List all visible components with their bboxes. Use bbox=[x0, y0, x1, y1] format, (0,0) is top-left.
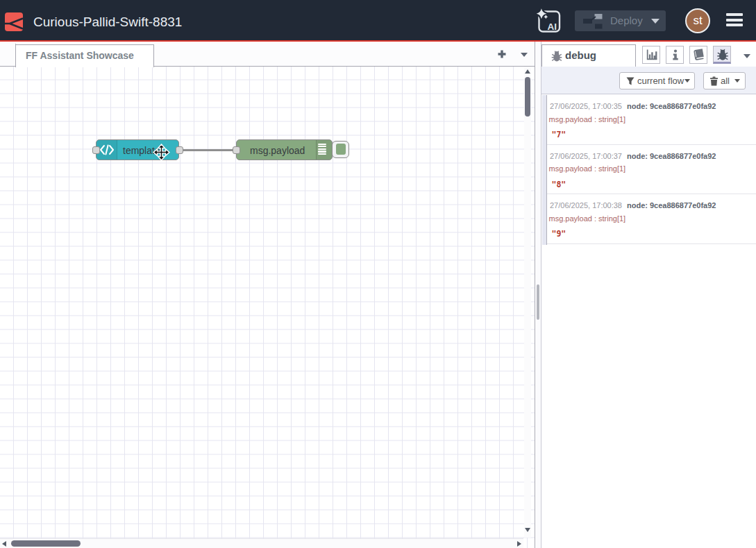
icon-bar bbox=[318, 151, 326, 152]
debug-message-node-id[interactable]: node: 9cea886877e0fa92 bbox=[627, 201, 716, 209]
debug-node-icon bbox=[318, 144, 326, 156]
icon-bar bbox=[318, 146, 326, 147]
scroll-right-arrow-icon[interactable] bbox=[517, 541, 521, 547]
debug-filter-button[interactable]: current flow bbox=[619, 72, 695, 89]
canvas-horizontal-scrollbar[interactable] bbox=[0, 538, 523, 548]
filter-caret-icon bbox=[684, 79, 690, 83]
flow-canvas[interactable]: template msg.payload bbox=[0, 67, 535, 548]
scroll-up-arrow-icon[interactable] bbox=[525, 69, 530, 74]
sidebar-tab-info[interactable] bbox=[666, 46, 684, 64]
debug-message-node-id[interactable]: node: 9cea886877e0fa92 bbox=[627, 102, 716, 110]
icon-bar bbox=[318, 144, 326, 145]
debug-message-node-id[interactable]: node: 9cea886877e0fa92 bbox=[627, 152, 716, 160]
deploy-label: Deploy bbox=[610, 15, 643, 26]
sidebar-tab-label: debug bbox=[565, 49, 596, 61]
debug-message-value[interactable]: "7" bbox=[552, 130, 566, 139]
sidebar-header: debug bbox=[541, 42, 756, 67]
debug-message[interactable]: 27/06/2025, 17:00:37 node: 9cea886877e0f… bbox=[547, 145, 756, 195]
bug-icon bbox=[716, 49, 729, 61]
debug-toolbar: current flow all bbox=[541, 67, 756, 94]
ai-assistant-icon[interactable]: AI bbox=[537, 8, 562, 33]
debug-message-list: 27/06/2025, 17:00:35 node: 9cea886877e0f… bbox=[547, 95, 756, 244]
vertical-scroll-thumb[interactable] bbox=[525, 77, 530, 117]
flow-list-caret-icon[interactable] bbox=[521, 53, 528, 57]
header: Curious-Pallid-Swift-8831 AI Deploy st bbox=[0, 0, 756, 40]
trash-icon bbox=[709, 76, 719, 86]
menu-bar bbox=[726, 24, 743, 26]
node-red-editor: Curious-Pallid-Swift-8831 AI Deploy st bbox=[0, 0, 756, 548]
flow-tab[interactable]: FF Assistant Showcase bbox=[15, 44, 154, 67]
instance-title: Curious-Pallid-Swift-8831 bbox=[33, 15, 182, 30]
flowfuse-logo-icon[interactable] bbox=[5, 12, 23, 31]
sidebar: current flow all 27/06/2025, 17:00:35 no… bbox=[541, 67, 756, 548]
debug-message-property: msg.payload : string[1] bbox=[549, 115, 626, 123]
deploy-icon bbox=[583, 14, 604, 29]
debug-message-value[interactable]: "9" bbox=[552, 229, 566, 239]
sidebar-tab-debug[interactable]: debug bbox=[541, 44, 636, 67]
debug-message-timestamp: 27/06/2025, 17:00:38 bbox=[550, 201, 622, 209]
debug-message-timestamp: 27/06/2025, 17:00:35 bbox=[550, 102, 622, 110]
deploy-options-caret-icon[interactable] bbox=[651, 19, 660, 24]
debug-message-value[interactable]: "8" bbox=[552, 180, 566, 189]
port-template-out[interactable] bbox=[176, 146, 183, 154]
code-icon bbox=[99, 144, 115, 155]
svg-text:AI: AI bbox=[547, 22, 557, 32]
sidebar-tab-debug-icon-button[interactable] bbox=[713, 46, 731, 64]
debug-toggle-state bbox=[336, 144, 346, 155]
main-menu-icon[interactable] bbox=[726, 13, 743, 28]
debug-toggle-button[interactable] bbox=[332, 141, 349, 159]
tabbar-stub bbox=[0, 44, 16, 67]
debug-message-property: msg.payload : string[1] bbox=[549, 214, 626, 223]
horizontal-scroll-thumb[interactable] bbox=[11, 540, 81, 547]
port-debug-in[interactable] bbox=[233, 146, 240, 154]
canvas-vertical-scrollbar[interactable] bbox=[524, 67, 531, 538]
menu-bar bbox=[726, 13, 743, 16]
scroll-down-arrow-icon[interactable] bbox=[525, 528, 530, 532]
icon-bar bbox=[318, 153, 326, 155]
filter-icon bbox=[625, 76, 635, 86]
separator-grip[interactable] bbox=[537, 284, 539, 320]
debug-clear-button[interactable]: all bbox=[703, 72, 746, 89]
book-icon bbox=[693, 49, 705, 61]
sidebar-tab-dashboard[interactable] bbox=[642, 46, 660, 64]
add-flow-icon[interactable] bbox=[494, 46, 510, 62]
icon-bar bbox=[318, 148, 326, 150]
deploy-button[interactable]: Deploy bbox=[575, 10, 666, 31]
sidebar-separator[interactable] bbox=[536, 42, 541, 548]
scroll-left-arrow-icon[interactable] bbox=[2, 541, 6, 547]
move-cursor-icon bbox=[153, 144, 170, 161]
user-avatar[interactable]: st bbox=[685, 8, 710, 33]
debug-message-property: msg.payload : string[1] bbox=[549, 164, 626, 173]
wire[interactable] bbox=[179, 149, 237, 151]
flow-tab-label: FF Assistant Showcase bbox=[26, 50, 134, 61]
info-icon bbox=[669, 49, 682, 61]
debug-message[interactable]: 27/06/2025, 17:00:38 node: 9cea886877e0f… bbox=[547, 194, 756, 244]
debug-message-timestamp: 27/06/2025, 17:00:37 bbox=[550, 152, 622, 160]
node-label: msg.payload bbox=[250, 145, 305, 156]
debug-filter-label: current flow bbox=[637, 76, 684, 86]
clear-caret-icon bbox=[734, 79, 740, 83]
bug-icon bbox=[551, 50, 562, 62]
debug-message-gutter bbox=[542, 95, 548, 245]
sidebar-tabs-caret-icon[interactable] bbox=[744, 54, 750, 58]
sidebar-tab-help[interactable] bbox=[689, 46, 707, 64]
port-template-in[interactable] bbox=[92, 146, 100, 154]
menu-bar bbox=[726, 19, 743, 22]
debug-message[interactable]: 27/06/2025, 17:00:35 node: 9cea886877e0f… bbox=[547, 95, 756, 145]
debug-clear-label: all bbox=[721, 76, 730, 86]
bar-chart-icon bbox=[646, 49, 658, 61]
